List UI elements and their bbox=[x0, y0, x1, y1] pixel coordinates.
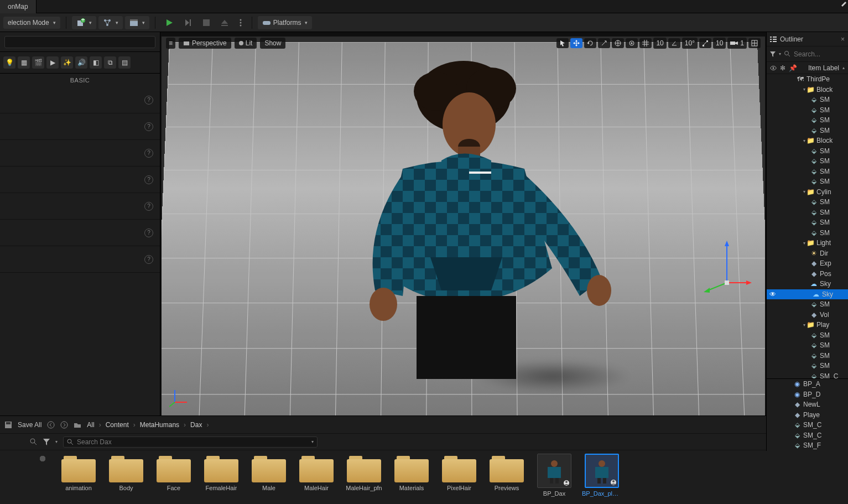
outliner-row[interactable]: ⬙SM bbox=[767, 197, 848, 207]
expand-icon[interactable]: ▾ bbox=[803, 241, 805, 246]
folder-asset[interactable]: Male bbox=[250, 454, 288, 504]
help-icon[interactable]: ? bbox=[144, 149, 153, 158]
misc-icon[interactable]: ▤ bbox=[118, 56, 131, 69]
outliner-row[interactable]: ⬙SM bbox=[767, 126, 848, 136]
map-tab[interactable]: onMap bbox=[0, 0, 37, 13]
show-button[interactable]: Show bbox=[260, 38, 285, 49]
translate-tool[interactable] bbox=[570, 38, 582, 48]
folder-asset[interactable]: animation bbox=[60, 454, 97, 504]
expand-icon[interactable]: ▾ bbox=[803, 189, 805, 194]
outliner-row[interactable]: ☀Dir bbox=[767, 248, 848, 259]
nav-back-icon[interactable] bbox=[47, 421, 55, 429]
outliner-row[interactable]: ⬙SM bbox=[767, 95, 848, 105]
help-icon[interactable]: ? bbox=[144, 122, 153, 131]
outliner-row[interactable]: 🗺ThirdPe bbox=[767, 74, 848, 85]
outliner-row[interactable]: ⬙SM bbox=[767, 115, 848, 126]
place-item[interactable]: ? bbox=[0, 87, 160, 113]
translate-gizmo[interactable] bbox=[702, 238, 752, 294]
eject-button[interactable] bbox=[216, 17, 233, 29]
breadcrumb[interactable]: All›Content›MetaHumans›Dax› bbox=[87, 421, 209, 429]
perspective-button[interactable]: Perspective bbox=[179, 38, 231, 49]
scale-tool[interactable] bbox=[598, 38, 610, 48]
outliner-tree[interactable]: 🗺ThirdPe▾📁Block⬙SM⬙SM⬙SM⬙SM▾📁Block⬙SM⬙SM… bbox=[767, 74, 848, 415]
outliner-tree-continued[interactable]: ◉BP_A◉BP_D◆NewL◆Playe⬙SM_C⬙SM_C⬙SM_F bbox=[766, 378, 848, 451]
outliner-row[interactable]: ⬙SM bbox=[767, 330, 848, 341]
world-local-toggle[interactable] bbox=[612, 38, 624, 48]
lightbulb-icon[interactable]: 💡 bbox=[3, 56, 15, 69]
level-viewport[interactable]: ≡ Perspective Lit Show 10 10° 10 1 bbox=[160, 32, 766, 415]
eye-icon[interactable]: 👁 bbox=[769, 290, 777, 298]
outliner-row[interactable]: ⬙SM bbox=[767, 228, 848, 238]
folder-asset[interactable]: Previews bbox=[488, 454, 526, 504]
angle-snap-toggle[interactable] bbox=[668, 38, 680, 48]
blueprints-button[interactable] bbox=[98, 16, 123, 29]
save-icon[interactable] bbox=[4, 421, 12, 429]
angle-snap-value[interactable]: 10° bbox=[682, 38, 698, 49]
copy-icon[interactable]: ⧉ bbox=[104, 56, 116, 69]
cinematics-button[interactable] bbox=[125, 16, 149, 29]
outliner-row[interactable]: ▾📁Block bbox=[767, 85, 848, 95]
place-item[interactable]: ? bbox=[0, 220, 160, 246]
stop-button[interactable] bbox=[199, 17, 214, 28]
outliner-row[interactable]: ◉BP_A bbox=[767, 379, 848, 389]
outliner-row[interactable]: ⬙SM bbox=[767, 351, 848, 361]
filter-icon[interactable] bbox=[43, 439, 50, 445]
nav-fwd-icon[interactable] bbox=[60, 421, 68, 429]
left-search-input[interactable] bbox=[4, 36, 155, 48]
folder-asset[interactable]: MaleHair bbox=[298, 454, 335, 504]
outliner-row[interactable]: ◉BP_D bbox=[767, 389, 848, 400]
outliner-row[interactable]: ⬙SM bbox=[767, 207, 848, 218]
geometry-icon[interactable]: ◧ bbox=[90, 56, 102, 69]
scale-snap-toggle[interactable] bbox=[699, 38, 711, 48]
save-all-button[interactable]: Save All bbox=[18, 421, 41, 429]
expand-icon[interactable]: ▾ bbox=[803, 87, 805, 92]
blueprint-asset[interactable]: BP_Dax_player bbox=[583, 454, 621, 504]
help-icon[interactable]: ? bbox=[144, 228, 153, 237]
outliner-row[interactable]: ▾📁Play bbox=[767, 320, 848, 330]
folder-asset[interactable]: MaleHair_pfn bbox=[345, 454, 383, 504]
surface-snap-toggle[interactable] bbox=[626, 38, 638, 48]
breadcrumb-item[interactable]: Content bbox=[106, 421, 129, 429]
folder-nav-icon[interactable] bbox=[74, 422, 81, 428]
grid-snap-toggle[interactable] bbox=[639, 38, 652, 48]
place-item[interactable]: re? bbox=[0, 246, 160, 273]
clapboard-icon[interactable]: 🎬 bbox=[32, 56, 44, 69]
outliner-row[interactable]: ▾📁Cylin bbox=[767, 187, 848, 198]
expand-icon[interactable]: ▾ bbox=[803, 323, 805, 328]
outliner-row[interactable]: ⬙SM bbox=[767, 176, 848, 187]
content-search-input[interactable] bbox=[77, 438, 308, 446]
add-content-button[interactable]: + bbox=[72, 16, 96, 29]
folder-asset[interactable]: PixelHair bbox=[440, 454, 478, 504]
blueprint-asset[interactable]: BP_Dax bbox=[535, 454, 573, 504]
play-options-button[interactable] bbox=[235, 17, 246, 29]
play-button[interactable] bbox=[161, 17, 178, 29]
select-tool[interactable] bbox=[556, 38, 569, 48]
outliner-row[interactable]: ⬙SM_F bbox=[767, 440, 848, 451]
pin-icon[interactable]: 📌 bbox=[789, 64, 797, 72]
folder-asset[interactable]: Face bbox=[155, 454, 193, 504]
eye-icon[interactable] bbox=[770, 65, 777, 71]
outliner-row[interactable]: ◆NewL bbox=[767, 399, 848, 410]
outliner-row[interactable]: ⬙SM_C bbox=[767, 420, 848, 430]
star-icon[interactable]: ✻ bbox=[780, 64, 785, 72]
outliner-row[interactable]: ⬙SM bbox=[767, 340, 848, 351]
play-category-icon[interactable]: ▶ bbox=[46, 56, 59, 69]
help-icon[interactable]: ? bbox=[144, 202, 153, 211]
outliner-row[interactable]: ◆Vol bbox=[767, 310, 848, 320]
outliner-row[interactable]: ⬙SM bbox=[767, 299, 848, 310]
expand-icon[interactable]: ▾ bbox=[803, 138, 805, 143]
scale-snap-value[interactable]: 10 bbox=[713, 38, 726, 49]
item-label-col[interactable]: Item Label bbox=[808, 64, 839, 72]
outliner-row[interactable]: 👁☁Sky bbox=[767, 289, 848, 300]
close-icon[interactable]: × bbox=[841, 35, 845, 43]
outliner-row[interactable]: ◆Pos bbox=[767, 269, 848, 279]
filter-icon[interactable] bbox=[770, 51, 776, 57]
folder-asset[interactable]: Body bbox=[107, 454, 145, 504]
place-item[interactable]: ? bbox=[0, 167, 160, 193]
search-icon[interactable] bbox=[30, 438, 38, 446]
outliner-row[interactable]: ◆Playe bbox=[767, 410, 848, 420]
cube-icon[interactable]: ▦ bbox=[18, 56, 30, 69]
folder-asset[interactable]: FemaleHair bbox=[202, 454, 240, 504]
viewport-menu-button[interactable]: ≡ bbox=[166, 38, 175, 49]
platforms-button[interactable]: Platforms bbox=[258, 16, 313, 29]
